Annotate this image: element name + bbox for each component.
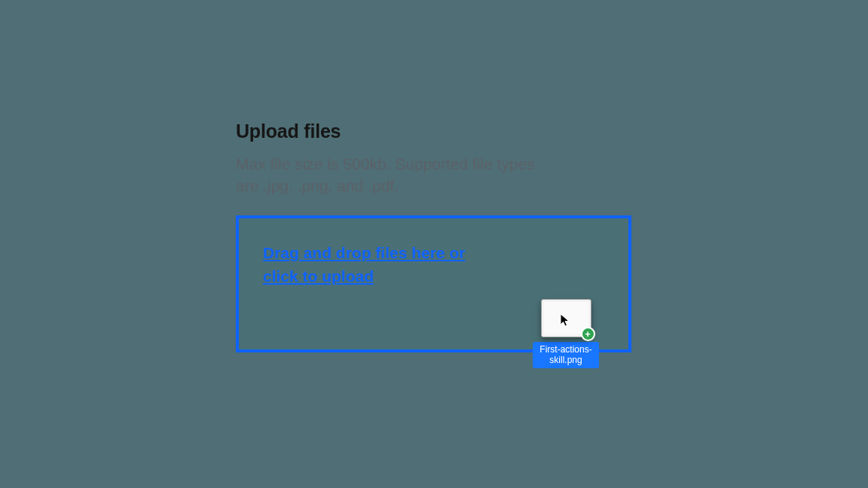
uploader-description: Max file size is 500kb. Supported file t… <box>236 153 537 197</box>
uploader-title: Upload files <box>236 120 632 142</box>
file-dropzone[interactable]: Drag and drop files here or click to upl… <box>236 215 631 352</box>
dropzone-instruction-link[interactable]: Drag and drop files here or click to upl… <box>263 241 504 288</box>
file-uploader: Upload files Max file size is 500kb. Sup… <box>236 120 632 352</box>
